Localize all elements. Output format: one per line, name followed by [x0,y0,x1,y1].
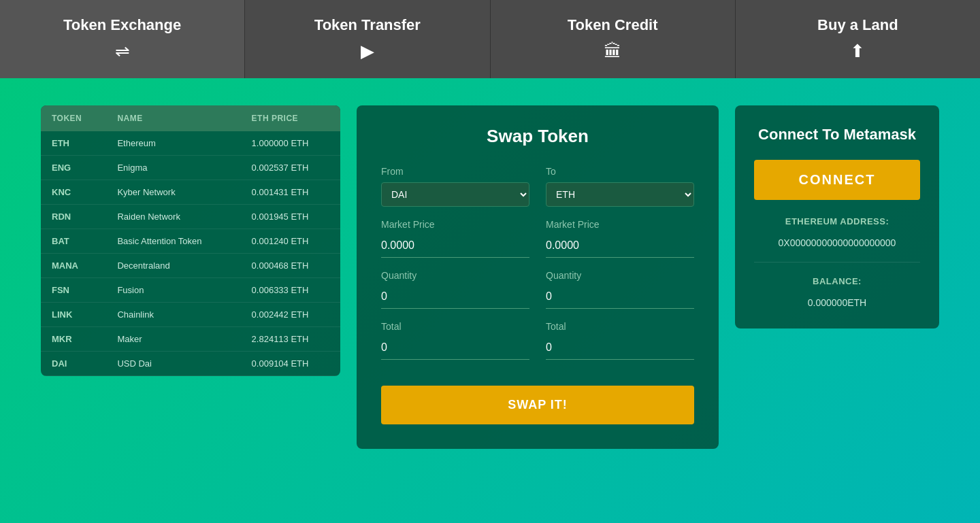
from-market-price-input[interactable] [381,234,529,258]
token-table-body: ETH Ethereum 1.000000 ETH ENG Enigma 0.0… [41,131,340,376]
to-total-label: Total [546,321,694,332]
col-token: TOKEN [41,105,106,131]
table-row[interactable]: KNC Kyber Network 0.001431 ETH [41,180,340,205]
token-price: 0.002442 ETH [241,303,340,327]
token-price: 0.009104 ETH [241,352,340,376]
token-symbol: LINK [41,303,106,327]
token-price: 0.001431 ETH [241,180,340,205]
to-total-input[interactable] [546,336,694,360]
from-market-price-label: Market Price [381,219,529,230]
token-symbol: FSN [41,278,106,303]
token-name: Chainlink [106,303,240,327]
token-price: 0.002537 ETH [241,156,340,180]
swap-from-col: From DAIETHENGKNCRDNBATMANAFSNLINKMKR [381,166,529,207]
transfer-icon: ▶ [361,41,374,62]
swap-to-col: To DAIETHENGKNCRDNBATMANAFSNLINKMKR [546,166,694,207]
swap-panel: Swap Token From DAIETHENGKNCRDNBATMANAFS… [357,105,719,449]
token-table-header: TOKEN NAME ETH PRICE [41,105,340,131]
market-price-row: Market Price Market Price [381,219,694,258]
swap-button[interactable]: SWAP IT! [381,386,694,424]
metamask-divider [754,262,920,263]
nav-item-buy-land[interactable]: Buy a Land ⬆ [736,0,980,78]
to-market-price-input[interactable] [546,234,694,258]
to-label: To [546,166,694,177]
to-market-price-label: Market Price [546,219,694,230]
quantity-row: Quantity Quantity [381,270,694,309]
to-market-col: Market Price [546,219,694,258]
to-token-select[interactable]: DAIETHENGKNCRDNBATMANAFSNLINKMKR [546,182,694,207]
nav-item-token-exchange-title: Token Exchange [63,16,181,34]
token-price: 1.000000 ETH [241,131,340,156]
token-price: 2.824113 ETH [241,327,340,352]
land-icon: ⬆ [850,41,865,62]
table-row[interactable]: ETH Ethereum 1.000000 ETH [41,131,340,156]
table-row[interactable]: DAI USD Dai 0.009104 ETH [41,352,340,376]
from-quantity-input[interactable] [381,285,529,309]
swap-title: Swap Token [381,126,694,147]
nav-item-buy-land-title: Buy a Land [817,16,898,34]
token-price: 0.001945 ETH [241,205,340,229]
to-quantity-col: Quantity [546,270,694,309]
token-table: TOKEN NAME ETH PRICE ETH Ethereum 1.0000… [41,105,340,376]
token-symbol: ENG [41,156,106,180]
table-row[interactable]: ENG Enigma 0.002537 ETH [41,156,340,180]
table-row[interactable]: LINK Chainlink 0.002442 ETH [41,303,340,327]
connect-button[interactable]: CONNECT [754,160,920,200]
token-price: 0.006333 ETH [241,278,340,303]
token-name: Maker [106,327,240,352]
from-market-col: Market Price [381,219,529,258]
nav-item-token-transfer[interactable]: Token Transfer ▶ [245,0,490,78]
balance-label: BALANCE: [813,276,862,286]
nav-item-token-transfer-title: Token Transfer [314,16,421,34]
from-quantity-label: Quantity [381,270,529,281]
token-symbol: DAI [41,352,106,376]
table-row[interactable]: MKR Maker 2.824113 ETH [41,327,340,352]
nav-item-token-exchange[interactable]: Token Exchange ⇌ [0,0,245,78]
from-quantity-col: Quantity [381,270,529,309]
swap-from-to-row: From DAIETHENGKNCRDNBATMANAFSNLINKMKR To… [381,166,694,207]
token-symbol: ETH [41,131,106,156]
token-symbol: MANA [41,254,106,278]
token-symbol: RDN [41,205,106,229]
token-symbol: KNC [41,180,106,205]
token-name: Decentraland [106,254,240,278]
token-name: Raiden Network [106,205,240,229]
token-table-panel: TOKEN NAME ETH PRICE ETH Ethereum 1.0000… [41,105,340,376]
from-total-label: Total [381,321,529,332]
table-row[interactable]: MANA Decentraland 0.000468 ETH [41,254,340,278]
token-symbol: BAT [41,229,106,254]
nav-item-token-credit-title: Token Credit [568,16,658,34]
main-content: TOKEN NAME ETH PRICE ETH Ethereum 1.0000… [0,78,980,476]
col-name: NAME [106,105,240,131]
token-name: Ethereum [106,131,240,156]
ethereum-address-label: ETHEREUM ADDRESS: [785,216,889,226]
from-total-input[interactable] [381,336,529,360]
exchange-icon: ⇌ [115,41,130,62]
token-name: Kyber Network [106,180,240,205]
table-row[interactable]: BAT Basic Attention Token 0.001240 ETH [41,229,340,254]
col-price: ETH PRICE [241,105,340,131]
token-price: 0.001240 ETH [241,229,340,254]
nav-item-token-credit[interactable]: Token Credit 🏛 [491,0,736,78]
total-row: Total Total [381,321,694,360]
metamask-panel: Connect To Metamask CONNECT ETHEREUM ADD… [735,105,939,328]
from-total-col: Total [381,321,529,360]
ethereum-address-value: 0X00000000000000000000 [779,237,896,248]
table-row[interactable]: FSN Fusion 0.006333 ETH [41,278,340,303]
from-token-select[interactable]: DAIETHENGKNCRDNBATMANAFSNLINKMKR [381,182,529,207]
table-row[interactable]: RDN Raiden Network 0.001945 ETH [41,205,340,229]
to-quantity-input[interactable] [546,285,694,309]
metamask-title: Connect To Metamask [758,126,916,144]
token-name: Basic Attention Token [106,229,240,254]
balance-value: 0.000000ETH [808,297,866,308]
token-price: 0.000468 ETH [241,254,340,278]
token-symbol: MKR [41,327,106,352]
token-name: Fusion [106,278,240,303]
credit-icon: 🏛 [604,41,621,62]
to-total-col: Total [546,321,694,360]
to-quantity-label: Quantity [546,270,694,281]
token-name: USD Dai [106,352,240,376]
from-label: From [381,166,529,177]
token-name: Enigma [106,156,240,180]
top-navigation: Token Exchange ⇌ Token Transfer ▶ Token … [0,0,980,78]
